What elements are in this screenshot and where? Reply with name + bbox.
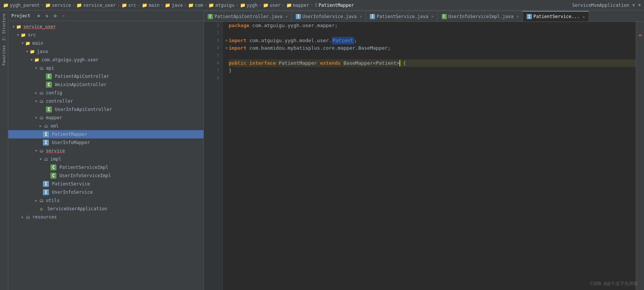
line-num-4: 4 <box>217 44 219 52</box>
breadcrumb-sep: › <box>117 3 120 8</box>
toolbar-icon-settings[interactable]: ⚙ <box>52 13 58 19</box>
tab-close[interactable]: ✕ <box>583 15 585 19</box>
fold-icon-3[interactable]: ⊖ <box>224 37 229 44</box>
breadcrumb-item-yygh[interactable]: 📁 yygh <box>240 3 258 8</box>
code-line-8 <box>229 74 636 82</box>
tree-item-userinfo-service[interactable]: I UserInfoService <box>8 188 204 196</box>
keyword-extends: extends <box>320 59 341 67</box>
tree-item-utils[interactable]: ▶ 🗂 utils <box>8 196 204 205</box>
breadcrumb-sep: › <box>184 3 187 8</box>
breadcrumb-item-mapper[interactable]: 📁 mapper <box>286 3 309 8</box>
tab-patient-service-active[interactable]: I PatientService... ✕ <box>523 11 589 21</box>
code-text: com.baomidou.mybatisplus.core.mapper.Bas… <box>246 44 391 52</box>
breadcrumb-item-src[interactable]: 📁 src <box>122 3 137 8</box>
folder-icon: 📁 <box>208 3 214 8</box>
tab-patient-api[interactable]: C PatientApiController.java ✕ <box>204 11 292 21</box>
tree-item-patient-api[interactable]: C PatientApiController <box>8 72 204 80</box>
right-sidebar <box>636 22 644 290</box>
tree-item-userinfo-api[interactable]: C UserInfoApiController <box>8 105 204 114</box>
tree-item-service-folder[interactable]: ▼ 🗂 service <box>8 147 204 155</box>
tree-arrow: ▶ <box>38 124 43 128</box>
tree-label: resources <box>32 214 57 220</box>
tree-label: src <box>28 32 36 38</box>
breadcrumb-item-com[interactable]: 📁 com <box>188 3 203 8</box>
keyword-public: public <box>229 59 246 67</box>
tree-item-package[interactable]: ▼ 📁 com.atguigu.yygh.user <box>8 56 204 64</box>
breadcrumb-item-main[interactable]: 📁 main <box>142 3 159 8</box>
tree-item-service-user[interactable]: ▼ 📁 service_user <box>8 23 204 31</box>
side-label-favorites[interactable]: Favorites <box>1 44 7 67</box>
tree-label: xml <box>50 123 59 129</box>
breadcrumb-item-atguigu[interactable]: 📁 atguigu <box>208 3 234 8</box>
tree-item-patient-mapper[interactable]: I PatientMapper <box>8 130 204 138</box>
tree-item-controller[interactable]: ▼ 🗂 controller <box>8 97 204 105</box>
tree-item-userinfo-mapper[interactable]: I UserInfoMapper <box>8 138 204 147</box>
tree-item-impl[interactable]: ▼ 🗂 impl <box>8 155 204 163</box>
breadcrumb-item-yygh-parent[interactable]: 📁 yygh_parent <box>3 3 39 8</box>
tree-arrow: ▼ <box>16 33 20 37</box>
fold-icon-4[interactable]: ⊖ <box>224 44 229 52</box>
tree-arrow: ▼ <box>29 58 34 62</box>
folder-icon: 📁 <box>240 3 246 8</box>
breadcrumb-item-service-user[interactable]: 📁 service_user <box>76 3 116 8</box>
tree-item-patient-service[interactable]: I PatientService <box>8 180 204 188</box>
breadcrumb-item-java[interactable]: 📁 java <box>165 3 182 8</box>
breadcrumb-sep: › <box>259 3 261 8</box>
tree-item-api[interactable]: ▼ 🗂 api <box>8 64 204 72</box>
line-num-5: 5 <box>217 52 219 59</box>
tree-item-src[interactable]: ▼ 📁 src <box>8 31 204 39</box>
tree-item-java[interactable]: ▼ 📁 java <box>8 47 204 56</box>
tree-arrow: ▼ <box>34 116 38 120</box>
tree-item-weixin-api[interactable]: C WeixinApiController <box>8 80 204 89</box>
breadcrumb-item-patientmapper[interactable]: I PatientMapper <box>315 3 354 8</box>
tree-label: mapper <box>46 115 62 120</box>
breadcrumb-item-service[interactable]: 📁 service <box>45 3 71 8</box>
toolbar-icon-close[interactable]: — <box>61 13 67 19</box>
tree-item-config[interactable]: ▶ 🗂 config <box>8 89 204 97</box>
tree-item-userinfo-service-impl[interactable]: C UserInfoServiceImpl <box>8 172 204 180</box>
code-text: { <box>400 59 406 67</box>
code-area[interactable]: package com.atguigu.yygh.user.mapper; ⊖ … <box>223 22 636 290</box>
code-text: BaseMapper<Patient> <box>340 59 399 67</box>
app-name-label[interactable]: ServiceMsmApplication <box>572 3 629 8</box>
tree-arrow: ▶ <box>34 199 38 202</box>
tree-item-xml[interactable]: ▶ 🗂 xml <box>8 122 204 130</box>
breadcrumb-sep: › <box>41 3 44 8</box>
tree-item-main[interactable]: ▼ 📁 main <box>8 39 204 47</box>
toolbar-icon-globe[interactable]: ⊕ <box>36 13 42 19</box>
main-layout: 2: Structure Favorites Project ⊕ ⇅ ⚙ — ▼… <box>0 11 644 290</box>
breadcrumb-bar: 📁 yygh_parent › 📁 service › 📁 service_us… <box>0 0 644 11</box>
tab-close[interactable]: ✕ <box>360 14 362 18</box>
breadcrumb-sep: › <box>161 3 164 8</box>
tab-close[interactable]: ✕ <box>431 14 433 18</box>
breadcrumb-label: mapper <box>293 3 309 8</box>
tab-patient-service[interactable]: I PatientService.java ✕ <box>366 11 437 21</box>
tree-item-resources[interactable]: ▶ 🗂 resources <box>8 213 204 221</box>
breadcrumb-label: src <box>128 3 137 8</box>
tree-item-patient-service-impl[interactable]: C PatientServiceImpl <box>8 163 204 172</box>
breadcrumb-item-user[interactable]: 📁 user <box>263 3 281 8</box>
interface-icon: I <box>43 131 49 137</box>
dropdown-icon[interactable]: ▼ <box>632 3 635 8</box>
tab-close[interactable]: ✕ <box>286 14 288 18</box>
interface-icon: I <box>43 189 49 195</box>
folder-icon: 🗂 <box>38 98 44 104</box>
tree-label: com.atguigu.yygh.user <box>41 57 99 62</box>
left-side-panel: 2: Structure Favorites <box>0 11 8 290</box>
line-numbers: 1 2 3 4 5 6 7 8 <box>204 22 223 290</box>
tab-userinfo-service-impl[interactable]: C UserInfoServiceImpl.java ✕ <box>438 11 523 21</box>
toolbar-icon-sort[interactable]: ⇅ <box>44 13 50 19</box>
tab-close[interactable]: ✕ <box>516 14 519 18</box>
tree-item-service-user-app[interactable]: ✿ ServiceUserApplication <box>8 205 204 213</box>
keyword-import: import <box>229 44 246 52</box>
side-label-structure[interactable]: 2: Structure <box>1 12 7 42</box>
highlighted-patient: Patient <box>332 37 354 44</box>
tree-item-mapper-folder[interactable]: ▼ 🗂 mapper <box>8 114 204 122</box>
tree-label: UserInfoMapper <box>52 140 90 145</box>
tab-userinfo-service[interactable]: I UserInfoService.java ✕ <box>292 11 366 21</box>
keyword-import: import <box>229 37 246 44</box>
line-num-2: 2 <box>217 29 219 37</box>
folder-icon: 🗂 <box>38 65 44 71</box>
error-indicator <box>639 35 642 36</box>
interface-icon: I <box>315 3 317 8</box>
